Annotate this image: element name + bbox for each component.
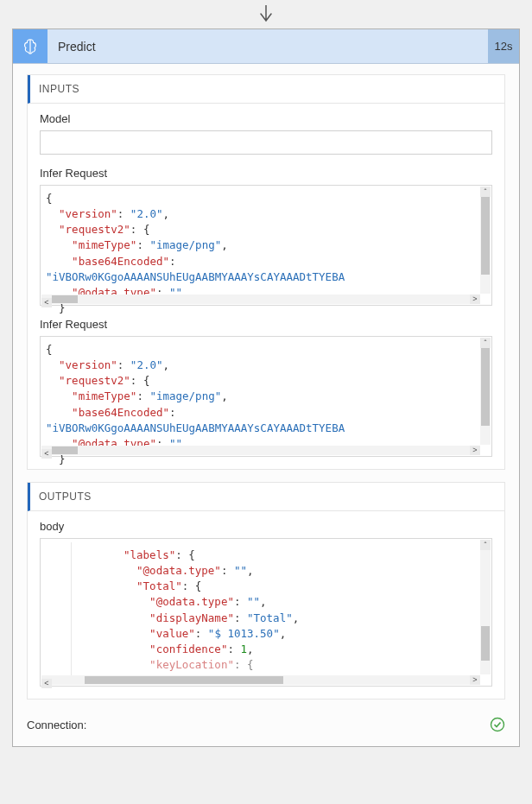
infer-request-1-label: Infer Request xyxy=(40,167,492,180)
vertical-scroll-thumb[interactable] xyxy=(481,348,490,426)
horizontal-scrollbar[interactable]: < > xyxy=(41,675,480,685)
scroll-right-arrow-icon[interactable]: > xyxy=(470,675,480,685)
vertical-scrollbar[interactable]: ˆ xyxy=(480,338,491,445)
vertical-scrollbar[interactable]: ˆ xyxy=(480,540,491,674)
horizontal-scrollbar[interactable]: < > xyxy=(41,294,480,304)
connection-label: Connection: xyxy=(27,719,86,731)
model-field-group: Model xyxy=(40,112,492,155)
scroll-right-arrow-icon[interactable]: > xyxy=(470,294,480,304)
scroll-left-arrow-icon[interactable]: < xyxy=(41,449,52,459)
code-content: "labels": { "@odata.type": "", "Total": … xyxy=(71,542,480,676)
card-header: Predict 12s xyxy=(13,29,519,64)
infer-request-2-label: Infer Request xyxy=(40,318,492,331)
vertical-scroll-thumb[interactable] xyxy=(481,197,490,275)
status-ok-icon xyxy=(490,717,505,732)
infer-request-1-code[interactable]: { "version": "2.0", "requestv2": { "mime… xyxy=(40,185,492,306)
scroll-up-arrow-icon[interactable]: ˆ xyxy=(480,338,491,348)
scroll-up-arrow-icon[interactable]: ˆ xyxy=(480,187,491,197)
model-label: Model xyxy=(40,112,492,125)
duration-badge: 12s xyxy=(488,29,519,63)
body-field-group: body "labels": { "@odata.type": "", "Tot… xyxy=(40,520,492,687)
card-title[interactable]: Predict xyxy=(48,29,488,63)
model-input[interactable] xyxy=(40,130,492,155)
brain-icon xyxy=(13,29,48,63)
scroll-left-arrow-icon[interactable]: < xyxy=(41,298,52,307)
flow-arrow-down xyxy=(0,0,532,28)
vertical-scrollbar[interactable]: ˆ xyxy=(480,187,491,294)
outputs-section: OUTPUTS body "labels": { "@odata.type": … xyxy=(27,482,505,700)
svg-point-0 xyxy=(491,719,504,731)
inputs-heading: INPUTS xyxy=(28,75,504,104)
infer-request-2-code[interactable]: { "version": "2.0", "requestv2": { "mime… xyxy=(40,336,492,457)
horizontal-scrollbar[interactable]: < > xyxy=(41,446,480,455)
vertical-scroll-thumb[interactable] xyxy=(481,626,490,661)
scroll-left-arrow-icon[interactable]: < xyxy=(41,679,52,688)
horizontal-scroll-thumb[interactable] xyxy=(52,446,78,454)
infer-request-2-group: Infer Request { "version": "2.0", "reque… xyxy=(40,318,492,457)
scroll-right-arrow-icon[interactable]: > xyxy=(470,446,480,455)
outputs-heading: OUTPUTS xyxy=(28,483,504,511)
infer-request-1-group: Infer Request { "version": "2.0", "reque… xyxy=(40,167,492,306)
horizontal-scroll-thumb[interactable] xyxy=(85,676,283,684)
predict-card: Predict 12s INPUTS Model Infer Request {… xyxy=(12,28,520,747)
connection-row: Connection: xyxy=(27,712,505,738)
scroll-up-arrow-icon[interactable]: ˆ xyxy=(480,540,491,550)
body-label: body xyxy=(40,520,492,533)
body-code[interactable]: "labels": { "@odata.type": "", "Total": … xyxy=(40,538,492,687)
inputs-section: INPUTS Model Infer Request { "version": … xyxy=(27,74,505,470)
horizontal-scroll-thumb[interactable] xyxy=(52,295,78,303)
